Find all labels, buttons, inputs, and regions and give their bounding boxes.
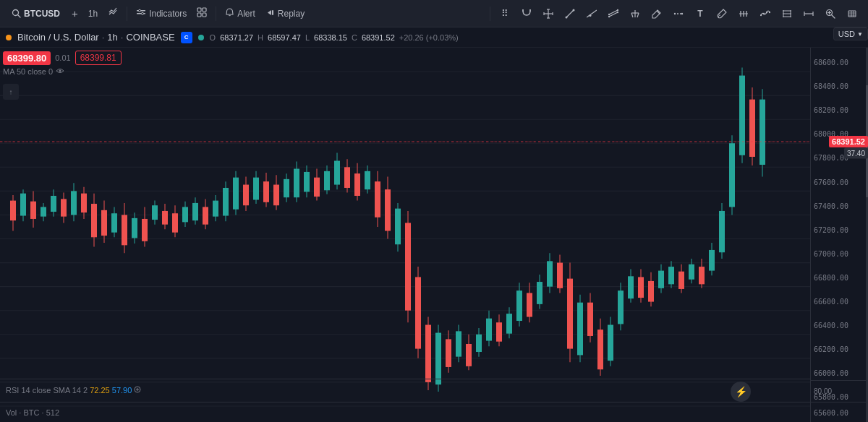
coinbase-logo: C: [181, 32, 192, 43]
eye-icon[interactable]: [56, 66, 64, 77]
exchange-label: COINBASE: [126, 32, 174, 43]
svg-point-62: [59, 70, 61, 72]
search-icon: [12, 9, 21, 18]
svg-rect-8: [197, 13, 201, 17]
pitchfork-button[interactable]: [625, 4, 645, 24]
svg-rect-140: [314, 178, 320, 197]
close-label: C: [352, 33, 357, 42]
svg-text:68400.00: 68400.00: [814, 82, 848, 91]
svg-line-19: [566, 10, 574, 17]
svg-text:67000.00: 67000.00: [814, 249, 848, 258]
fibonacci-button[interactable]: [777, 4, 797, 24]
chart-header: Bitcoin / U.S. Dollar · 1h · COINBASE C …: [0, 27, 868, 48]
svg-rect-120: [213, 201, 218, 217]
svg-text:66400.00: 66400.00: [814, 320, 848, 330]
replay-label: Replay: [278, 9, 305, 19]
high-val: 68597.47: [268, 33, 301, 42]
svg-rect-146: [344, 167, 350, 188]
bitcoin-logo-dot: [6, 35, 12, 40]
brush-button[interactable]: [712, 4, 732, 24]
svg-rect-10: [272, 10, 273, 15]
svg-rect-96: [91, 204, 97, 237]
svg-rect-222: [729, 143, 735, 207]
svg-rect-172: [476, 335, 482, 352]
alert-badge-button[interactable]: ⚡: [731, 382, 751, 402]
pen-button[interactable]: [647, 4, 667, 24]
svg-rect-106: [142, 219, 148, 241]
alert-button[interactable]: Alert: [221, 5, 260, 22]
svg-rect-208: [658, 271, 664, 288]
svg-rect-164: [435, 333, 441, 385]
replay-button[interactable]: Replay: [261, 5, 309, 22]
rsi-edit-icon[interactable]: [134, 386, 141, 395]
templates-button[interactable]: [192, 4, 211, 22]
channel-button[interactable]: [603, 4, 624, 24]
compare-button[interactable]: [103, 4, 122, 22]
ohlc-data: O 68371.27 H 68597.47 L 68338.15 C 68391…: [210, 33, 459, 42]
divider-1: [127, 7, 127, 21]
svg-rect-98: [101, 210, 107, 236]
rsi-axis-label: 80.00: [814, 387, 832, 395]
crosshair-button[interactable]: [538, 4, 558, 24]
svg-point-5: [142, 12, 144, 14]
svg-rect-156: [395, 209, 401, 245]
expand-button[interactable]: ↑: [3, 84, 19, 100]
svg-rect-178: [506, 314, 512, 334]
svg-text:67600.00: 67600.00: [814, 177, 848, 186]
vol-label: Vol · BTC: [6, 408, 39, 417]
symbol-search[interactable]: BTCUSD: [6, 6, 66, 22]
bars-pattern-button[interactable]: [733, 4, 754, 24]
vol-axis: [811, 402, 868, 422]
current-price-sub-label: 37.40: [844, 147, 868, 158]
svg-rect-194: [587, 303, 593, 336]
text-button[interactable]: T: [690, 4, 710, 24]
svg-rect-210: [668, 267, 674, 284]
svg-line-25: [609, 10, 618, 14]
svg-rect-182: [527, 293, 532, 316]
svg-rect-112: [172, 213, 178, 232]
trendline-button[interactable]: [560, 4, 580, 24]
change-val: +20.26 (+0.03%): [399, 33, 459, 42]
add-symbol-button[interactable]: +: [67, 4, 82, 22]
price-axis: USD ▼ 68391.52 37.40 68600.00 68400.00 6…: [810, 48, 868, 422]
chart-svg[interactable]: [0, 48, 810, 422]
svg-rect-88: [51, 196, 56, 212]
svg-rect-136: [294, 169, 299, 198]
price-overlay: 68399.80 0.01 68399.81: [3, 51, 122, 65]
separator: ·: [102, 32, 105, 43]
timeframe-selector[interactable]: 1h: [84, 6, 102, 22]
indicators-label: Indicators: [149, 9, 187, 19]
chart-area[interactable]: 68399.80 0.01 68399.81 MA 50 close 0 ↑: [0, 48, 810, 422]
price-axis-svg: 68600.00 68400.00 68200.00 68000.00 6780…: [811, 48, 868, 422]
extended-line-button[interactable]: [582, 4, 602, 24]
svg-rect-132: [273, 185, 279, 206]
svg-rect-142: [324, 171, 330, 190]
horizontal-line-button[interactable]: [668, 4, 689, 24]
rsi-val2: 57.90: [112, 386, 132, 395]
indicators-button[interactable]: Indicators: [132, 4, 191, 22]
annotate-button[interactable]: [842, 4, 862, 24]
svg-rect-196: [597, 330, 603, 369]
svg-rect-174: [486, 319, 492, 341]
measure-button[interactable]: [799, 4, 819, 24]
chart-symbol-name[interactable]: Bitcoin / U.S. Dollar · 1h · COINBASE: [17, 32, 175, 43]
svg-point-21: [573, 9, 575, 11]
svg-rect-116: [192, 203, 198, 220]
wave-button[interactable]: [755, 4, 775, 24]
svg-rect-150: [365, 171, 370, 189]
svg-rect-170: [466, 344, 472, 366]
more-tools-button[interactable]: ⠿: [495, 4, 515, 24]
high-label: H: [258, 33, 263, 42]
zoom-button[interactable]: [820, 4, 841, 24]
svg-rect-162: [425, 325, 431, 382]
svg-rect-160: [415, 277, 421, 348]
svg-line-24: [609, 12, 618, 17]
magnet-button[interactable]: [516, 4, 537, 24]
svg-rect-100: [111, 213, 117, 232]
svg-rect-218: [709, 250, 715, 271]
svg-rect-168: [456, 331, 461, 356]
rsi-panel: RSI 14 close SMA 14 2 72.25 57.90: [0, 379, 810, 400]
price-sub: 0.01: [55, 53, 70, 62]
svg-text:66000.00: 66000.00: [814, 369, 848, 378]
usd-selector[interactable]: USD ▼: [833, 27, 868, 40]
